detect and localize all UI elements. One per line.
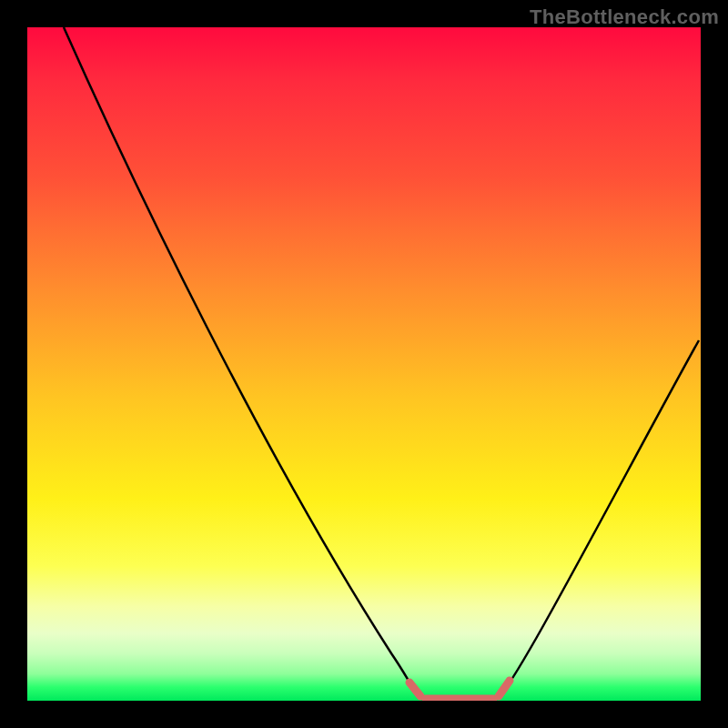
chart-frame: TheBottleneck.com bbox=[0, 0, 728, 728]
main-curve bbox=[64, 27, 699, 699]
curve-layer bbox=[27, 27, 701, 701]
watermark-text: TheBottleneck.com bbox=[530, 5, 719, 29]
flat-region bbox=[410, 681, 510, 699]
plot-area bbox=[27, 27, 701, 701]
